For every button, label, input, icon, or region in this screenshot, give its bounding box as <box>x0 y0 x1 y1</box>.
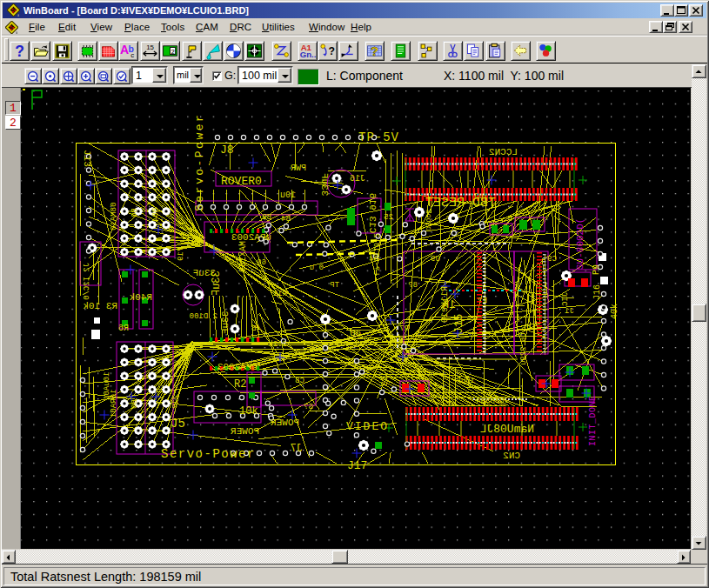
svg-text:CN2: CN2 <box>503 451 520 461</box>
svg-text:Servo-Power: Servo-Power <box>193 113 206 211</box>
svg-text:POWER: POWER <box>271 418 299 428</box>
svg-text:INIT_DONE: INIT_DONE <box>588 395 598 446</box>
svg-text:0 u: 0 u <box>310 264 324 272</box>
svg-text:uPA2003: uPA2003 <box>231 232 271 243</box>
svg-text:C8: C8 <box>295 377 304 385</box>
svg-text:SU-8002D(: SU-8002D( <box>575 218 585 270</box>
svg-text:33uF: 33uF <box>319 173 330 196</box>
svg-text:J1: J1 <box>565 307 574 316</box>
svg-text:TP: TP <box>330 281 339 290</box>
svg-text:P9: P9 <box>592 264 601 275</box>
svg-text:uPA2003: uPA2003 <box>217 362 258 372</box>
svg-text:2.2k: 2.2k <box>268 340 287 349</box>
svg-text:R11Ke10: R11Ke10 <box>440 286 450 323</box>
svg-text:?: ? <box>371 44 378 58</box>
svg-text:10uA01: 10uA01 <box>103 372 111 400</box>
svg-text:B0: B0 <box>130 208 139 217</box>
svg-text:4B: 4B <box>251 324 261 333</box>
svg-text:E?: E? <box>478 297 487 305</box>
svg-text:2 D100: 2 D100 <box>190 312 217 321</box>
svg-text:J8: J8 <box>220 144 234 157</box>
svg-text:D4: D4 <box>369 255 378 264</box>
svg-text:uJ: uJ <box>474 192 484 201</box>
svg-text:C6 229u: C6 229u <box>519 332 528 365</box>
svg-text:R2: R2 <box>234 378 246 391</box>
svg-text:B9: B9 <box>262 213 271 222</box>
svg-text:Servo-Power: Servo-Power <box>161 447 256 461</box>
svg-text:?: ? <box>15 43 24 60</box>
svg-text:?: ? <box>328 45 334 57</box>
svg-text:10k: 10k <box>239 405 258 418</box>
svg-text:R11: R11 <box>273 290 287 298</box>
svg-text:J16: J16 <box>350 174 365 184</box>
svg-text:C5: C5 <box>521 324 531 333</box>
svg-text:DIODE: DIODE <box>425 210 432 231</box>
svg-text:R40k: R40k <box>129 292 152 303</box>
svg-text:C3: C3 <box>378 376 388 386</box>
svg-text:B4: B4 <box>281 215 291 224</box>
svg-text:2: 2 <box>171 48 175 56</box>
svg-text:40k: 40k <box>610 304 619 319</box>
svg-text:33uF: 33uF <box>193 268 216 278</box>
svg-text:Gn..: Gn.. <box>300 50 317 59</box>
svg-text:NamU08JL: NamU08JL <box>480 423 534 436</box>
svg-text:POWER: POWER <box>231 426 259 437</box>
svg-text:25: 25 <box>384 213 393 222</box>
svg-text:J2 I2C/0: J2 I2C/0 <box>83 263 91 300</box>
svg-text:8?: 8? <box>408 281 418 290</box>
svg-text:10u: 10u <box>280 190 296 200</box>
svg-text:15: 15 <box>146 43 154 51</box>
svg-text:S?: S? <box>304 403 313 411</box>
svg-text:ROVER0: ROVER0 <box>221 175 262 188</box>
svg-text:J0SMS04: J0SMS04 <box>476 397 509 405</box>
svg-text:JIC: JIC <box>561 292 570 307</box>
svg-text:C9: C9 <box>547 255 557 264</box>
svg-text:B0: B0 <box>130 399 139 409</box>
svg-text:MAX139: MAX139 <box>238 241 248 272</box>
svg-text:U6: U6 <box>350 328 361 338</box>
svg-text:R3 10k: R3 10k <box>83 301 117 311</box>
svg-text:J5: J5 <box>171 417 185 431</box>
svg-text:TP-5V: TP-5V <box>358 130 399 144</box>
svg-text:B04: B04 <box>151 208 160 222</box>
svg-text:J15: J15 <box>452 314 465 334</box>
svg-text:R6: R6 <box>118 324 129 333</box>
svg-text:J7: J7 <box>291 443 303 455</box>
svg-text:08MA10: 08MA10 <box>110 203 118 231</box>
svg-text:J16: J16 <box>592 284 602 300</box>
svg-text:J13: J13 <box>82 150 92 167</box>
svg-text:LCCN2: LCCN2 <box>489 147 518 157</box>
svg-text:C13 916: C13 916 <box>367 193 378 233</box>
svg-text:c: c <box>130 51 134 59</box>
svg-text:33uF: 33uF <box>220 311 231 334</box>
svg-text:10uF: 10uF <box>456 377 475 385</box>
svg-text:PWR: PWR <box>291 164 306 173</box>
svg-text:TBD RESET: TBD RESET <box>425 196 496 210</box>
svg-text:69: 69 <box>257 258 266 267</box>
svg-text:VIDEO: VIDEO <box>346 420 389 433</box>
svg-text:U9: U9 <box>431 255 440 264</box>
svg-text:719: 719 <box>177 247 185 261</box>
svg-text:J17: J17 <box>347 459 367 472</box>
svg-text:A: A <box>120 43 129 57</box>
svg-text:21?: 21? <box>171 395 180 409</box>
svg-text:R7: R7 <box>399 324 409 333</box>
